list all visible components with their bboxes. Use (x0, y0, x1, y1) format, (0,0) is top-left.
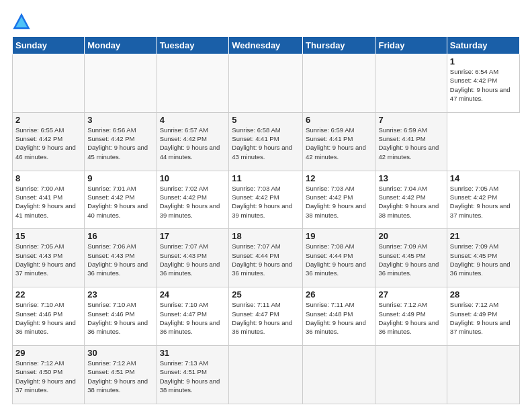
day-info: Sunrise: 7:10 AMSunset: 4:47 PMDaylight:… (160, 300, 226, 336)
day-info: Sunrise: 7:07 AMSunset: 4:43 PMDaylight:… (160, 242, 226, 277)
day-info: Sunrise: 7:12 AMSunset: 4:51 PMDaylight:… (87, 359, 153, 394)
day-number: 23 (87, 289, 153, 300)
day-number: 25 (232, 289, 300, 300)
day-cell-16: 16Sunrise: 7:06 AMSunset: 4:43 PMDayligh… (85, 229, 157, 287)
day-number: 13 (378, 173, 443, 183)
empty-cell (13, 54, 85, 113)
day-info: Sunrise: 7:04 AMSunset: 4:42 PMDaylight:… (378, 184, 443, 220)
header (12, 12, 520, 31)
day-cell-18: 18Sunrise: 7:07 AMSunset: 4:44 PMDayligh… (229, 229, 303, 287)
day-cell-11: 11Sunrise: 7:03 AMSunset: 4:42 PMDayligh… (229, 171, 303, 229)
day-number: 9 (87, 173, 153, 183)
day-info: Sunrise: 7:06 AMSunset: 4:43 PMDaylight:… (87, 242, 153, 277)
day-cell-12: 12Sunrise: 7:03 AMSunset: 4:42 PMDayligh… (303, 171, 375, 229)
day-number: 3 (87, 115, 153, 125)
empty-cell (303, 346, 375, 404)
day-cell-14: 14Sunrise: 7:05 AMSunset: 4:42 PMDayligh… (447, 171, 519, 229)
day-number: 27 (378, 289, 443, 300)
day-cell-21: 21Sunrise: 7:09 AMSunset: 4:45 PMDayligh… (447, 229, 519, 287)
day-info: Sunrise: 7:01 AMSunset: 4:42 PMDaylight:… (87, 184, 153, 220)
col-header-saturday: Saturday (447, 37, 519, 54)
calendar-page: SundayMondayTuesdayWednesdayThursdayFrid… (0, 0, 532, 411)
day-cell-24: 24Sunrise: 7:10 AMSunset: 4:47 PMDayligh… (157, 287, 229, 346)
day-info: Sunrise: 6:59 AMSunset: 4:41 PMDaylight:… (378, 126, 443, 161)
day-info: Sunrise: 7:05 AMSunset: 4:42 PMDaylight:… (450, 184, 517, 220)
day-number: 4 (160, 115, 226, 125)
empty-cell (447, 346, 519, 404)
day-info: Sunrise: 7:08 AMSunset: 4:44 PMDaylight:… (306, 242, 372, 277)
day-info: Sunrise: 7:09 AMSunset: 4:45 PMDaylight:… (378, 242, 443, 277)
day-number: 7 (378, 115, 443, 125)
day-number: 22 (15, 289, 81, 300)
week-row-2: 8Sunrise: 7:00 AMSunset: 4:41 PMDaylight… (13, 171, 520, 229)
day-cell-19: 19Sunrise: 7:08 AMSunset: 4:44 PMDayligh… (303, 229, 375, 287)
day-info: Sunrise: 7:03 AMSunset: 4:42 PMDaylight:… (232, 184, 300, 220)
day-number: 15 (15, 231, 81, 241)
day-cell-30: 30Sunrise: 7:12 AMSunset: 4:51 PMDayligh… (85, 346, 157, 404)
day-cell-8: 8Sunrise: 7:00 AMSunset: 4:41 PMDaylight… (13, 171, 85, 229)
day-info: Sunrise: 6:59 AMSunset: 4:41 PMDaylight:… (306, 126, 372, 161)
day-number: 20 (378, 231, 443, 241)
day-info: Sunrise: 7:03 AMSunset: 4:42 PMDaylight:… (306, 184, 372, 220)
col-header-thursday: Thursday (303, 37, 375, 54)
day-cell-26: 26Sunrise: 7:11 AMSunset: 4:48 PMDayligh… (303, 287, 375, 346)
day-number: 18 (232, 231, 300, 241)
week-row-4: 22Sunrise: 7:10 AMSunset: 4:46 PMDayligh… (13, 287, 520, 346)
empty-cell (375, 346, 447, 404)
day-number: 8 (15, 173, 81, 183)
day-number: 19 (306, 231, 372, 241)
day-number: 28 (450, 289, 517, 300)
day-number: 5 (232, 115, 300, 125)
day-number: 24 (160, 289, 226, 300)
day-number: 31 (160, 348, 226, 358)
day-cell-4: 4Sunrise: 6:57 AMSunset: 4:42 PMDaylight… (157, 112, 229, 171)
empty-cell (375, 54, 447, 113)
day-cell-22: 22Sunrise: 7:10 AMSunset: 4:46 PMDayligh… (13, 287, 85, 346)
day-info: Sunrise: 7:02 AMSunset: 4:42 PMDaylight:… (160, 184, 226, 220)
day-info: Sunrise: 7:07 AMSunset: 4:44 PMDaylight:… (232, 242, 300, 277)
day-cell-17: 17Sunrise: 7:07 AMSunset: 4:43 PMDayligh… (157, 229, 229, 287)
day-info: Sunrise: 7:12 AMSunset: 4:49 PMDaylight:… (450, 300, 517, 336)
calendar-table: SundayMondayTuesdayWednesdayThursdayFrid… (12, 36, 520, 404)
header-row: SundayMondayTuesdayWednesdayThursdayFrid… (13, 37, 520, 54)
day-info: Sunrise: 7:05 AMSunset: 4:43 PMDaylight:… (15, 242, 81, 277)
col-header-wednesday: Wednesday (229, 37, 303, 54)
day-number: 1 (450, 56, 517, 66)
week-row-5: 29Sunrise: 7:12 AMSunset: 4:50 PMDayligh… (13, 346, 520, 404)
day-info: Sunrise: 7:10 AMSunset: 4:46 PMDaylight:… (15, 300, 81, 336)
day-info: Sunrise: 6:54 AMSunset: 4:42 PMDaylight:… (450, 67, 517, 103)
day-number: 2 (15, 115, 81, 125)
day-number: 17 (160, 231, 226, 241)
day-cell-25: 25Sunrise: 7:11 AMSunset: 4:47 PMDayligh… (229, 287, 303, 346)
day-number: 12 (306, 173, 372, 183)
col-header-tuesday: Tuesday (157, 37, 229, 54)
day-cell-6: 6Sunrise: 6:59 AMSunset: 4:41 PMDaylight… (303, 112, 375, 171)
day-number: 10 (160, 173, 226, 183)
day-info: Sunrise: 6:58 AMSunset: 4:41 PMDaylight:… (232, 126, 300, 161)
col-header-friday: Friday (375, 37, 447, 54)
day-info: Sunrise: 6:57 AMSunset: 4:42 PMDaylight:… (160, 126, 226, 161)
day-cell-9: 9Sunrise: 7:01 AMSunset: 4:42 PMDaylight… (85, 171, 157, 229)
day-cell-28: 28Sunrise: 7:12 AMSunset: 4:49 PMDayligh… (447, 287, 519, 346)
day-cell-20: 20Sunrise: 7:09 AMSunset: 4:45 PMDayligh… (375, 229, 447, 287)
day-number: 11 (232, 173, 300, 183)
day-number: 16 (87, 231, 153, 241)
empty-cell (157, 54, 229, 113)
logo (12, 12, 34, 31)
day-info: Sunrise: 6:56 AMSunset: 4:42 PMDaylight:… (87, 126, 153, 161)
col-header-monday: Monday (85, 37, 157, 54)
day-cell-3: 3Sunrise: 6:56 AMSunset: 4:42 PMDaylight… (85, 112, 157, 171)
empty-cell (85, 54, 157, 113)
day-number: 14 (450, 173, 517, 183)
col-header-sunday: Sunday (13, 37, 85, 54)
day-cell-31: 31Sunrise: 7:13 AMSunset: 4:51 PMDayligh… (157, 346, 229, 404)
day-number: 26 (306, 289, 372, 300)
day-cell-5: 5Sunrise: 6:58 AMSunset: 4:41 PMDaylight… (229, 112, 303, 171)
day-cell-1: 1Sunrise: 6:54 AMSunset: 4:42 PMDaylight… (447, 54, 519, 113)
empty-cell (303, 54, 375, 113)
day-info: Sunrise: 7:12 AMSunset: 4:49 PMDaylight:… (378, 300, 443, 336)
logo-icon (12, 12, 31, 31)
day-number: 30 (87, 348, 153, 358)
day-number: 6 (306, 115, 372, 125)
day-info: Sunrise: 7:09 AMSunset: 4:45 PMDaylight:… (450, 242, 517, 277)
